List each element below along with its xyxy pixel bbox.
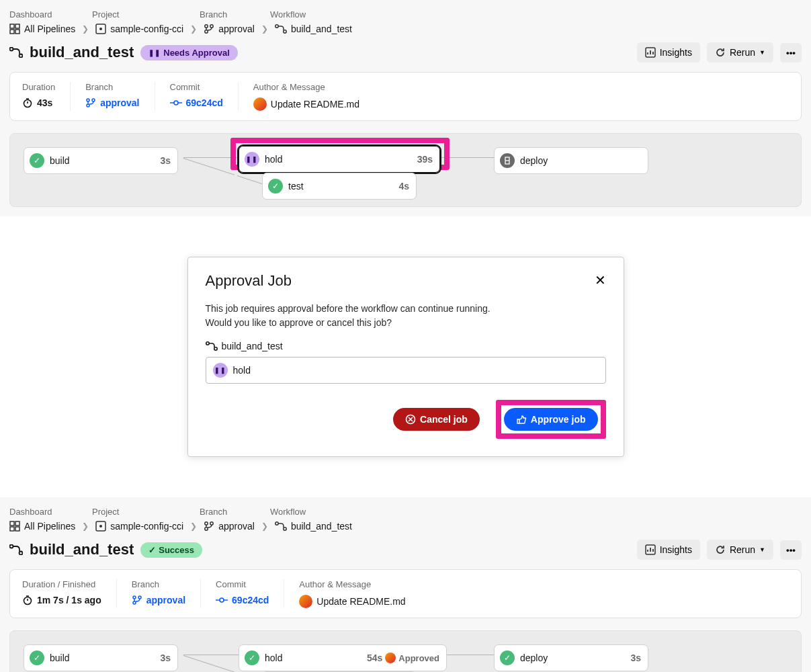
svg-point-5 bbox=[99, 28, 102, 30]
bc-dashboard[interactable]: All Pipelines bbox=[9, 521, 75, 532]
commit-icon bbox=[216, 596, 228, 604]
caret-down-icon: ▼ bbox=[759, 546, 765, 553]
workflow-icon bbox=[206, 341, 218, 351]
job-deploy-name: deploy bbox=[520, 653, 630, 663]
svg-point-7 bbox=[210, 25, 213, 28]
bc-head-workflow: Workflow bbox=[270, 507, 306, 517]
duration-value: 1m 7s / 1s ago bbox=[37, 595, 101, 605]
bc-branch[interactable]: approval bbox=[204, 521, 255, 532]
branch-icon bbox=[85, 97, 96, 108]
commit-value[interactable]: 69c24cd bbox=[232, 595, 269, 605]
svg-point-8 bbox=[205, 30, 208, 33]
commit-label: Commit bbox=[170, 82, 223, 92]
success-icon: ✓ bbox=[500, 650, 515, 665]
pending-icon bbox=[500, 153, 515, 168]
svg-rect-3 bbox=[15, 30, 19, 34]
branch-value[interactable]: approval bbox=[100, 97, 139, 108]
more-button[interactable]: ••• bbox=[780, 540, 802, 560]
page-title: build_and_test bbox=[30, 541, 134, 558]
dots-icon: ••• bbox=[786, 48, 796, 58]
workflow-dag: ✓ build 3s ✓ hold 54s Approved ✓ test 4s… bbox=[9, 630, 802, 672]
hold-icon: ❚❚ bbox=[213, 363, 228, 378]
status-badge: ✓Success bbox=[140, 542, 202, 558]
modal-workflow: build_and_test bbox=[222, 341, 283, 351]
duration-label: Duration / Finished bbox=[22, 579, 101, 589]
svg-point-34 bbox=[10, 545, 13, 548]
bc-branch-label: approval bbox=[218, 24, 255, 34]
commit-icon bbox=[170, 99, 182, 107]
bc-branch-label: approval bbox=[218, 521, 255, 532]
job-hold-name: hold bbox=[265, 653, 367, 663]
bc-workflow[interactable]: build_and_test bbox=[275, 24, 352, 34]
svg-point-9 bbox=[275, 25, 278, 28]
job-hold[interactable]: ✓ hold 54s Approved bbox=[239, 644, 447, 671]
bc-project[interactable]: sample-config-cci bbox=[95, 521, 183, 532]
pause-icon: ❚❚ bbox=[148, 49, 161, 56]
svg-point-31 bbox=[205, 528, 208, 530]
job-build[interactable]: ✓ build 3s bbox=[24, 147, 178, 174]
job-hold[interactable]: ❚❚ hold 39s bbox=[239, 146, 440, 173]
chevron-right-icon: ❯ bbox=[82, 24, 89, 34]
rerun-button[interactable]: Rerun▼ bbox=[707, 540, 773, 560]
workflow-icon bbox=[275, 521, 287, 531]
modal-job-row: ❚❚ hold bbox=[206, 357, 606, 384]
job-deploy-name: deploy bbox=[520, 155, 641, 166]
stopwatch-icon bbox=[22, 595, 33, 605]
more-button[interactable]: ••• bbox=[780, 43, 802, 62]
job-test[interactable]: ✓ test 4s bbox=[262, 173, 417, 200]
commit-message: Update README.md bbox=[271, 99, 359, 110]
avatar bbox=[385, 653, 396, 663]
bc-workflow[interactable]: build_and_test bbox=[275, 521, 352, 532]
success-icon: ✓ bbox=[30, 650, 44, 665]
chevron-right-icon: ❯ bbox=[261, 521, 268, 531]
caret-down-icon: ▼ bbox=[759, 49, 765, 56]
job-build-name: build bbox=[50, 155, 160, 166]
branch-value[interactable]: approval bbox=[146, 595, 185, 605]
bc-dashboard[interactable]: All Pipelines bbox=[9, 24, 75, 34]
bc-workflow-label: build_and_test bbox=[291, 24, 352, 34]
info-card: Duration / Finished1m 7s / 1s ago Branch… bbox=[9, 569, 802, 618]
bc-dashboard-label: All Pipelines bbox=[24, 521, 75, 532]
commit-value[interactable]: 69c24cd bbox=[186, 97, 223, 108]
branch-icon bbox=[204, 24, 214, 34]
insights-button[interactable]: Insights bbox=[637, 42, 700, 62]
bc-head-dashboard: Dashboard bbox=[9, 507, 92, 517]
svg-point-16 bbox=[92, 99, 95, 101]
job-hold-time: 54s bbox=[367, 653, 382, 663]
refresh-icon bbox=[715, 47, 726, 58]
close-button[interactable]: ✕ bbox=[595, 272, 606, 288]
svg-point-21 bbox=[214, 347, 216, 350]
bc-head-dashboard: Dashboard bbox=[9, 9, 92, 19]
check-icon: ✓ bbox=[148, 545, 156, 555]
svg-point-30 bbox=[210, 522, 213, 525]
insights-button[interactable]: Insights bbox=[637, 540, 700, 560]
chevron-right-icon: ❯ bbox=[82, 521, 89, 531]
info-card: Duration43s Branchapproval Commit69c24cd… bbox=[9, 72, 802, 121]
svg-point-41 bbox=[220, 598, 224, 602]
bc-head-branch: Branch bbox=[200, 507, 270, 517]
connector-line bbox=[183, 655, 234, 672]
duration-label: Duration bbox=[22, 82, 55, 92]
approve-job-button[interactable]: Approve job bbox=[504, 408, 598, 431]
workflow-icon bbox=[9, 544, 23, 555]
bc-branch[interactable]: approval bbox=[204, 24, 255, 34]
status-badge-label: Needs Approval bbox=[163, 48, 230, 58]
job-hold-name: hold bbox=[265, 154, 417, 165]
bc-project[interactable]: sample-config-cci bbox=[95, 24, 183, 34]
bc-project-label: sample-config-cci bbox=[110, 521, 183, 532]
breadcrumb: Dashboard Project Branch Workflow All Pi… bbox=[9, 507, 802, 532]
rerun-button[interactable]: Rerun▼ bbox=[707, 42, 773, 62]
modal-line2: Would you like to approve or cancel this… bbox=[206, 316, 606, 330]
job-deploy[interactable]: ✓ deploy 3s bbox=[494, 644, 648, 671]
insights-label: Insights bbox=[660, 544, 692, 555]
chart-icon bbox=[645, 544, 656, 555]
cancel-job-button[interactable]: Cancel job bbox=[393, 408, 480, 431]
modal-title: Approval Job bbox=[206, 272, 292, 290]
job-build-name: build bbox=[50, 653, 160, 663]
thumbs-up-icon bbox=[516, 414, 527, 425]
job-deploy[interactable]: deploy bbox=[494, 147, 648, 174]
rerun-label: Rerun bbox=[730, 544, 755, 555]
connector-line bbox=[183, 655, 244, 655]
job-build[interactable]: ✓ build 3s bbox=[24, 644, 178, 671]
svg-point-39 bbox=[138, 596, 141, 599]
